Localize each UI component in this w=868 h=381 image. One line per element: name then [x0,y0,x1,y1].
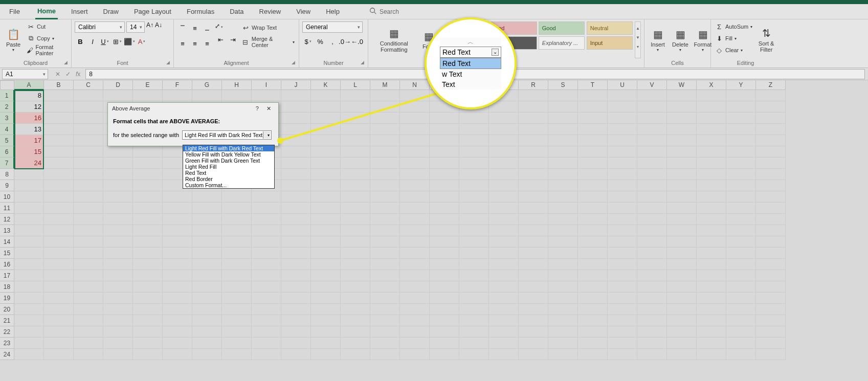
cell-N21[interactable] [400,315,430,326]
cell-T21[interactable] [578,315,608,326]
cell-F19[interactable] [163,293,192,304]
column-header-U[interactable]: U [608,80,637,90]
cell-R2[interactable] [519,101,548,113]
cell-R14[interactable] [519,236,548,248]
cell-W15[interactable] [667,248,697,259]
cell-H13[interactable] [222,225,252,236]
cell-H20[interactable] [222,304,252,315]
dropdown-option-2[interactable]: Green Fill with Dark Green Text [183,158,274,164]
cell-W14[interactable] [667,236,697,248]
cell-O22[interactable] [430,326,459,338]
cell-K24[interactable] [311,349,341,360]
increase-decimal-icon[interactable]: .0→ [339,36,350,47]
cell-V6[interactable] [637,146,667,158]
tab-home[interactable]: Home [35,4,58,19]
cell-I24[interactable] [252,349,281,360]
cell-D13[interactable] [103,225,133,236]
cell-R16[interactable] [519,259,548,270]
autosum-button[interactable]: ΣAutoSum▾ [714,21,753,32]
cell-L12[interactable] [341,214,370,225]
cell-L11[interactable] [341,203,370,214]
cell-B20[interactable] [44,304,74,315]
fill-button[interactable]: ⬇Fill▾ [714,33,753,43]
cell-E19[interactable] [133,293,163,304]
align-left-icon[interactable]: ≡ [177,38,188,49]
cell-Y15[interactable] [726,248,756,259]
cell-P7[interactable] [459,158,489,169]
cell-B17[interactable] [44,270,74,281]
cell-A20[interactable] [14,304,44,315]
cell-U6[interactable] [608,146,637,158]
cell-O4[interactable] [430,124,459,135]
cell-N12[interactable] [400,214,430,225]
cell-D12[interactable] [103,214,133,225]
cell-O19[interactable] [430,293,459,304]
row-header-12[interactable]: 12 [0,214,14,225]
cell-B21[interactable] [44,315,74,326]
cell-T20[interactable] [578,304,608,315]
accept-formula-icon[interactable]: ✓ [65,71,71,78]
cell-B8[interactable] [44,169,74,180]
cell-D8[interactable] [103,169,133,180]
cell-K17[interactable] [311,270,341,281]
cell-K18[interactable] [311,281,341,293]
cell-Q6[interactable] [489,146,519,158]
cell-Q23[interactable] [489,338,519,349]
cell-E22[interactable] [133,326,163,338]
cell-R19[interactable] [519,293,548,304]
cell-Q5[interactable] [489,135,519,146]
cell-H11[interactable] [222,203,252,214]
cell-Q13[interactable] [489,225,519,236]
cell-V5[interactable] [637,135,667,146]
font-expand-icon[interactable]: ◢ [166,60,172,66]
cell-Z3[interactable] [756,113,786,124]
cell-H24[interactable] [222,349,252,360]
cell-J14[interactable] [281,236,311,248]
cell-Q14[interactable] [489,236,519,248]
cell-R13[interactable] [519,225,548,236]
row-header-5[interactable]: 5 [0,135,14,146]
cell-Y3[interactable] [726,113,756,124]
cell-D14[interactable] [103,236,133,248]
cell-H18[interactable] [222,281,252,293]
cell-T11[interactable] [578,203,608,214]
style-good[interactable]: Good [539,21,585,35]
cell-P8[interactable] [459,169,489,180]
cell-V20[interactable] [637,304,667,315]
cell-Z7[interactable] [756,158,786,169]
cell-S19[interactable] [548,293,578,304]
cell-X19[interactable] [697,293,726,304]
cell-N10[interactable] [400,191,430,203]
cell-A11[interactable] [14,203,44,214]
cell-Y11[interactable] [726,203,756,214]
cell-P5[interactable] [459,135,489,146]
row-header-6[interactable]: 6 [0,146,14,158]
cell-J8[interactable] [281,169,311,180]
cell-T22[interactable] [578,326,608,338]
cell-D7[interactable] [103,158,133,169]
cell-S10[interactable] [548,191,578,203]
cell-C3[interactable] [74,113,103,124]
cell-F16[interactable] [163,259,192,270]
cell-N19[interactable] [400,293,430,304]
cell-Z10[interactable] [756,191,786,203]
cell-D18[interactable] [103,281,133,293]
cell-D9[interactable] [103,180,133,191]
cell-M5[interactable] [370,135,400,146]
cell-F13[interactable] [163,225,192,236]
cell-B6[interactable] [44,146,74,158]
cell-R9[interactable] [519,180,548,191]
cell-B16[interactable] [44,259,74,270]
cell-Y17[interactable] [726,270,756,281]
cell-C19[interactable] [74,293,103,304]
cell-B23[interactable] [44,338,74,349]
cell-J20[interactable] [281,304,311,315]
cell-M22[interactable] [370,326,400,338]
cell-N20[interactable] [400,304,430,315]
cell-J5[interactable] [281,135,311,146]
cell-S11[interactable] [548,203,578,214]
cell-Y5[interactable] [726,135,756,146]
cell-V15[interactable] [637,248,667,259]
cell-M11[interactable] [370,203,400,214]
cell-L21[interactable] [341,315,370,326]
